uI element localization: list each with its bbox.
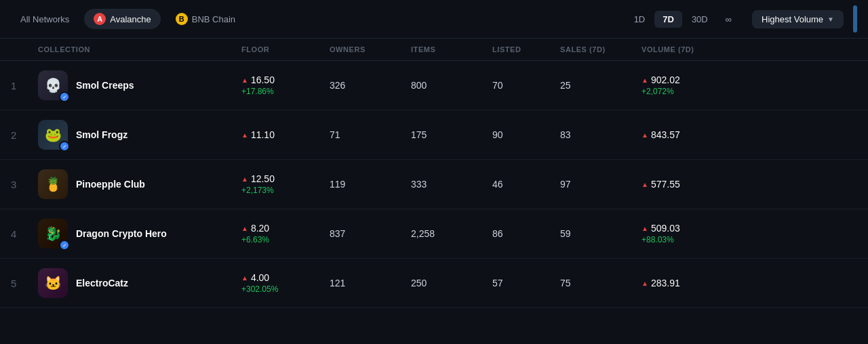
avatar-wrap: 💀✓ [38,70,68,100]
sales-cell: 75 [560,278,642,288]
volume-cell: ▲ 843.57 [642,129,750,140]
table-body: 1💀✓Smol Creeps▲ 16.50+17.86%3268007025▲ … [0,61,868,308]
nft-table: COLLECTION FLOOR OWNERS ITEMS LISTED SAL… [0,39,868,308]
avalanche-icon: A [94,13,106,25]
avax-vol-triangle-icon: ▲ [642,77,648,84]
volume-value: ▲ 843.57 [642,129,750,140]
header-rank [11,45,38,53]
sales-cell: 83 [560,129,642,140]
sort-dropdown[interactable]: Highest Volume ▼ [752,10,844,28]
volume-change: +2,072% [642,87,750,96]
rank-cell: 2 [11,129,38,141]
collection-name: Pinoepple Club [76,179,145,190]
items-cell: 333 [411,179,492,190]
scroll-indicator[interactable] [853,5,857,33]
time-7d-button[interactable]: 7D [654,11,682,28]
header-collection: COLLECTION [38,45,241,53]
header-floor: FLOOR [241,45,330,53]
floor-change: +6.63% [241,235,330,244]
owners-cell: 121 [330,278,411,288]
listed-cell: 46 [492,179,560,190]
header-items: ITEMS [411,45,492,53]
collection-name: Smol Creeps [76,80,134,91]
verified-badge: ✓ [59,141,70,152]
time-30d-button[interactable]: 30D [684,11,716,28]
top-nav: All Networks A Avalanche B BNB Chain 1D … [0,0,868,39]
volume-value: ▲ 283.91 [642,278,750,288]
avatar-wrap: 🐉✓ [38,219,68,249]
floor-value: ▲ 16.50 [241,74,330,85]
floor-change: +17.86% [241,87,330,96]
floor-cell: ▲ 16.50+17.86% [241,74,330,96]
owners-cell: 326 [330,80,411,91]
network-all-button[interactable]: All Networks [11,10,79,28]
table-row[interactable]: 3🍍Pinoepple Club▲ 12.50+2,173%1193334697… [0,160,868,209]
chevron-down-icon: ▼ [827,16,834,23]
avax-vol-triangle-icon: ▲ [642,280,648,287]
floor-value: ▲ 11.10 [241,129,330,140]
avatar: 🍍 [38,169,68,199]
header-listed: LISTED [492,45,560,53]
avax-vol-triangle-icon: ▲ [642,181,648,188]
header-sales: SALES (7D) [560,45,642,53]
volume-cell: ▲ 509.03+88.03% [642,223,750,244]
items-cell: 250 [411,278,492,288]
rank-cell: 5 [11,278,38,289]
header-owners: OWNERS [330,45,411,53]
avax-triangle-icon: ▲ [241,274,248,282]
time-filters: 1D 7D 30D ∞ [626,11,740,28]
volume-value: ▲ 509.03 [642,223,750,234]
floor-cell: ▲ 12.50+2,173% [241,173,330,195]
floor-value: ▲ 4.00 [241,272,330,283]
collection-name: Smol Frogz [76,129,127,140]
floor-cell: ▲ 11.10 [241,129,330,140]
verified-badge: ✓ [59,240,70,251]
volume-change: +88.03% [642,235,750,244]
table-row[interactable]: 2🐸✓Smol Frogz▲ 11.10711759083▲ 843.57 [0,110,868,160]
avax-vol-triangle-icon: ▲ [642,225,648,232]
listed-cell: 86 [492,228,560,239]
owners-cell: 71 [330,129,411,140]
table-row[interactable]: 4🐉✓Dragon Crypto Hero▲ 8.20+6.63%8372,25… [0,209,868,259]
network-avalanche-button[interactable]: A Avalanche [84,9,160,29]
collection-cell: 🐉✓Dragon Crypto Hero [38,219,241,249]
verified-badge: ✓ [59,91,70,102]
collection-cell: 🐸✓Smol Frogz [38,120,241,150]
rank-cell: 4 [11,228,38,240]
volume-cell: ▲ 283.91 [642,278,750,288]
floor-value: ▲ 8.20 [241,223,330,234]
floor-value: ▲ 12.50 [241,173,330,184]
floor-cell: ▲ 8.20+6.63% [241,223,330,244]
sales-cell: 59 [560,228,642,239]
avatar-wrap: 🍍 [38,169,68,199]
table-row[interactable]: 5🐱ElectroCatz▲ 4.00+302.05%1212505775▲ 2… [0,259,868,308]
avax-triangle-icon: ▲ [241,175,248,183]
volume-cell: ▲ 902.02+2,072% [642,74,750,96]
all-networks-label: All Networks [20,14,69,24]
volume-value: ▲ 577.55 [642,179,750,190]
sales-cell: 97 [560,179,642,190]
avatar: 🐱 [38,268,68,298]
collection-name: Dragon Crypto Hero [76,228,167,239]
owners-cell: 837 [330,228,411,239]
rank-cell: 3 [11,179,38,190]
listed-cell: 70 [492,80,560,91]
avax-triangle-icon: ▲ [241,225,248,232]
bnb-label: BNB Chain [192,14,235,24]
floor-change: +302.05% [241,284,330,294]
items-cell: 2,258 [411,228,492,239]
table-row[interactable]: 1💀✓Smol Creeps▲ 16.50+17.86%3268007025▲ … [0,61,868,110]
owners-cell: 119 [330,179,411,190]
time-inf-button[interactable]: ∞ [717,11,740,28]
rank-cell: 1 [11,80,38,91]
collection-cell: 🍍Pinoepple Club [38,169,241,199]
time-1d-button[interactable]: 1D [626,11,654,28]
avatar-wrap: 🐱 [38,268,68,298]
avalanche-label: Avalanche [110,14,151,24]
floor-cell: ▲ 4.00+302.05% [241,272,330,294]
avatar-wrap: 🐸✓ [38,120,68,150]
items-cell: 800 [411,80,492,91]
avax-vol-triangle-icon: ▲ [642,131,648,139]
network-bnb-button[interactable]: B BNB Chain [166,9,245,29]
avax-triangle-icon: ▲ [241,77,248,84]
